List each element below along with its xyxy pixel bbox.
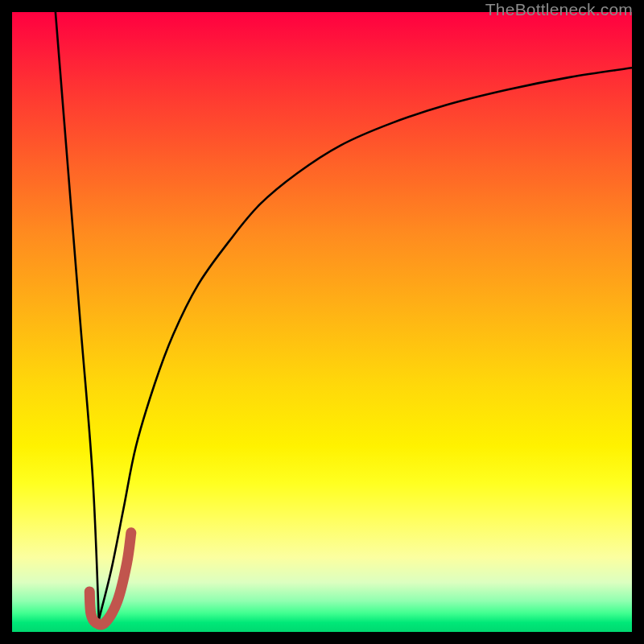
chart-plot-area (12, 12, 632, 632)
curve-layer (12, 12, 632, 632)
chart-frame: TheBottleneck.com (0, 0, 644, 644)
watermark-text: TheBottleneck.com (485, 0, 633, 19)
left-branch-curve (56, 12, 99, 620)
right-branch-curve (99, 68, 632, 619)
